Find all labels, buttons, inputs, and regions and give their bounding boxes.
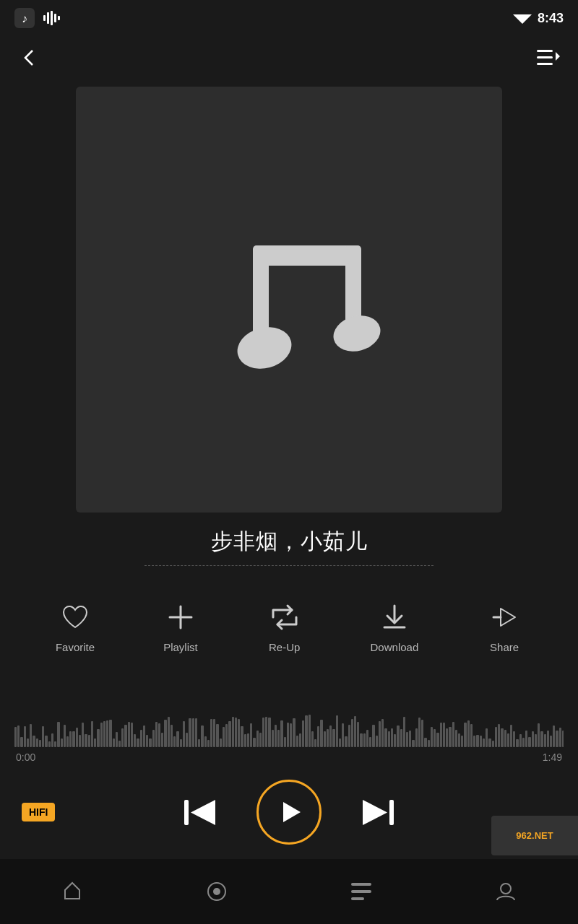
svg-rect-4 [51,11,53,25]
playlist-button[interactable]: Playlist [163,599,199,653]
bottom-nav-icon-3 [348,879,374,905]
next-button[interactable] [358,793,397,832]
bottom-nav-icon-2 [204,879,230,905]
svg-rect-6 [58,16,60,20]
svg-point-16 [329,310,383,356]
bottom-nav-icon-4 [493,879,519,905]
back-button[interactable] [18,47,40,69]
svg-marker-21 [501,609,515,626]
reup-button[interactable]: Re-Up [267,599,303,653]
download-icon [376,599,413,635]
waveform-area[interactable]: 0:00 1:49 [0,711,578,758]
time-labels: 0:00 1:49 [14,751,564,763]
song-title: 步非烟，小茹儿 [0,527,578,557]
album-art-container [76,87,502,513]
svg-rect-9 [537,56,553,58]
music-app-icon: ♪ [14,8,35,28]
svg-rect-2 [43,15,46,21]
queue-button[interactable] [537,48,560,68]
status-time: 8:43 [538,11,564,26]
favorite-button[interactable]: Favorite [56,599,95,653]
svg-rect-10 [537,63,553,65]
album-art-bg [76,87,502,513]
share-label: Share [490,641,519,653]
svg-point-29 [213,888,220,895]
song-info: 步非烟，小茹儿 [0,527,578,566]
wave-icon [42,8,62,28]
status-bar: ♪ 8:43 [0,0,578,36]
watermark: 962.NET [491,816,578,855]
svg-rect-12 [253,245,361,266]
svg-marker-11 [556,52,560,61]
svg-rect-5 [54,14,56,22]
hifi-badge: HIFI [22,803,55,821]
share-icon [486,599,522,635]
svg-point-15 [233,321,296,375]
share-button[interactable]: Share [486,599,522,653]
svg-marker-7 [513,14,532,24]
svg-marker-25 [283,802,301,822]
watermark-text: 962.NET [516,830,553,841]
svg-rect-3 [47,12,49,24]
svg-rect-30 [351,883,371,886]
plus-icon [163,599,199,635]
svg-rect-31 [351,890,371,893]
svg-rect-13 [253,245,269,339]
music-note-icon [195,206,383,393]
repost-icon [267,599,303,635]
waveform-bars[interactable] [14,711,564,747]
svg-rect-14 [345,245,361,325]
svg-point-33 [501,884,511,894]
prev-button[interactable] [181,793,220,832]
current-time: 0:00 [16,751,35,763]
heart-icon [57,599,93,635]
action-buttons: Favorite Playlist Re-Up [0,599,578,653]
svg-text:♪: ♪ [22,12,27,25]
wifi-icon [513,11,532,25]
svg-marker-24 [191,800,215,825]
total-time: 1:49 [543,751,562,763]
download-button[interactable]: Download [371,599,419,653]
status-bar-right: 8:43 [513,11,564,26]
svg-rect-32 [351,897,364,900]
svg-rect-26 [389,800,394,825]
svg-marker-27 [363,800,387,825]
bottom-nav-icon-1 [59,879,85,905]
top-nav [0,36,578,79]
status-bar-left: ♪ [14,8,62,28]
play-button[interactable] [256,780,322,845]
playlist-label: Playlist [163,641,198,653]
favorite-label: Favorite [56,641,95,653]
song-divider [144,565,434,566]
download-label: Download [371,641,419,653]
svg-rect-23 [184,800,189,825]
reup-label: Re-Up [269,641,300,653]
bottom-nav [0,859,578,924]
svg-rect-8 [537,50,553,52]
